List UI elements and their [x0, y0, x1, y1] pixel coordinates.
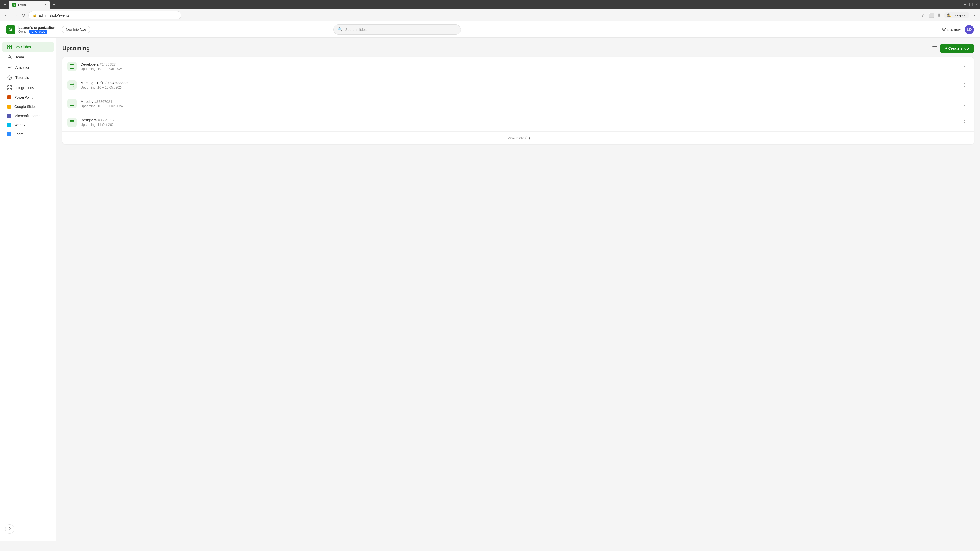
filter-button[interactable] — [932, 45, 937, 52]
extensions-icon[interactable]: ⬜ — [928, 13, 934, 18]
event-id: #8664816 — [98, 118, 114, 122]
svg-rect-2 — [8, 47, 10, 49]
event-name: Meeting - 10/10/2024 — [81, 81, 115, 85]
svg-rect-3 — [10, 47, 12, 49]
org-info: Lauren's organization Owner UPGRADE — [18, 25, 56, 34]
svg-rect-0 — [8, 45, 10, 47]
sidebar-item-google-slides[interactable]: Google Slides — [2, 102, 54, 111]
tab-bar: ▾ S Events × + − ❐ × — [0, 0, 980, 9]
calendar-icon — [67, 99, 76, 108]
event-menu-button[interactable]: ⋮ — [960, 100, 969, 107]
sidebar-item-label: Google Slides — [14, 105, 37, 109]
app-header: S Lauren's organization Owner UPGRADE Ne… — [0, 21, 980, 38]
owner-label: Owner — [18, 30, 27, 33]
calendar-icon — [67, 62, 76, 71]
sidebar-item-microsoft-teams[interactable]: Microsoft Teams — [2, 111, 54, 121]
reload-button[interactable]: ↻ — [21, 11, 26, 19]
svg-point-6 — [9, 77, 11, 78]
address-input[interactable]: 🔒 admin.sli.do/events — [28, 11, 181, 19]
tab-title: Events — [18, 3, 28, 6]
zoom-icon — [7, 132, 11, 136]
event-date: Upcoming: 10 – 13 Oct 2024 — [81, 67, 956, 71]
search-placeholder: Search slidos — [345, 27, 367, 32]
content-area: Upcoming + Create slido — [56, 38, 980, 541]
sidebar-item-label: Integrations — [15, 86, 34, 90]
download-icon[interactable]: ⬇ — [937, 13, 941, 18]
event-menu-button[interactable]: ⋮ — [960, 118, 969, 126]
help-button[interactable]: ? — [5, 524, 14, 534]
sidebar-item-label: Webex — [14, 123, 25, 127]
close-button[interactable]: × — [976, 2, 978, 7]
window-controls: − ❐ × — [963, 2, 978, 7]
svg-rect-7 — [8, 86, 9, 87]
event-menu-button[interactable]: ⋮ — [960, 81, 969, 89]
event-id: #1480327 — [100, 62, 116, 66]
sidebar-item-label: My Slidos — [15, 45, 31, 49]
calendar-icon — [67, 80, 76, 89]
event-info: Meeting - 10/10/2024 #3333392 Upcoming: … — [81, 81, 956, 89]
event-info: Developers #1480327 Upcoming: 10 – 13 Oc… — [81, 62, 956, 71]
event-title: Developers #1480327 — [81, 62, 956, 66]
new-interface-button[interactable]: New interface — [62, 26, 90, 33]
teams-icon — [7, 114, 11, 118]
sidebar-item-team[interactable]: Team — [2, 52, 54, 62]
event-item[interactable]: Moodoy #37867021 Upcoming: 10 – 13 Oct 2… — [62, 94, 974, 113]
sidebar-item-powerpoint[interactable]: PowerPoint — [2, 93, 54, 102]
address-text: admin.sli.do/events — [39, 13, 69, 17]
svg-rect-14 — [70, 65, 74, 68]
forward-button[interactable]: → — [12, 11, 18, 19]
section-actions: + Create slido — [932, 44, 974, 53]
svg-point-5 — [8, 76, 12, 79]
tab-favicon: S — [12, 3, 16, 6]
sidebar-item-label: PowerPoint — [14, 95, 33, 100]
filter-icon — [932, 45, 937, 51]
sidebar-item-integrations[interactable]: Integrations — [2, 83, 54, 93]
svg-rect-26 — [70, 121, 74, 124]
sidebar-bottom: ? — [0, 521, 56, 537]
search-bar[interactable]: 🔍 Search slidos — [333, 24, 461, 35]
event-title: Moodoy #37867021 — [81, 100, 956, 103]
svg-point-4 — [9, 56, 11, 57]
analytics-icon — [7, 65, 12, 70]
tutorials-icon — [7, 75, 12, 80]
avatar[interactable]: LD — [965, 25, 974, 34]
event-id: #3333392 — [115, 81, 131, 85]
event-name: Developers — [81, 62, 99, 66]
event-menu-button[interactable]: ⋮ — [960, 62, 969, 70]
incognito-label: Incognito — [953, 13, 966, 17]
sidebar-item-webex[interactable]: Webex — [2, 121, 54, 130]
whats-new-link[interactable]: What's new — [942, 27, 961, 32]
svg-rect-22 — [70, 102, 74, 106]
sidebar-item-my-slidos[interactable]: My Slidos — [2, 42, 54, 52]
show-more-button[interactable]: Show more (1) — [62, 132, 974, 144]
bookmark-icon[interactable]: ☆ — [921, 13, 925, 18]
create-slido-button[interactable]: + Create slido — [940, 44, 974, 53]
tab-close-button[interactable]: × — [45, 2, 47, 7]
incognito-badge: 🕵 Incognito — [944, 12, 969, 18]
org-name: Lauren's organization — [18, 25, 56, 30]
logo-area: S Lauren's organization Owner UPGRADE — [6, 25, 56, 34]
app-container: S Lauren's organization Owner UPGRADE Ne… — [0, 21, 980, 541]
slido-logo[interactable]: S — [6, 25, 15, 34]
upgrade-button[interactable]: UPGRADE — [29, 30, 48, 34]
svg-rect-18 — [70, 83, 74, 87]
event-item[interactable]: Designers #8664816 Upcoming: 11 Oct 2024… — [62, 113, 974, 132]
active-tab[interactable]: S Events × — [9, 0, 50, 9]
sidebar-item-tutorials[interactable]: Tutorials — [2, 73, 54, 83]
event-item[interactable]: Developers #1480327 Upcoming: 10 – 13 Oc… — [62, 57, 974, 76]
new-tab-button[interactable]: + — [51, 2, 58, 7]
back-button[interactable]: ← — [3, 11, 10, 19]
restore-button[interactable]: ❐ — [969, 2, 973, 7]
event-item[interactable]: Meeting - 10/10/2024 #3333392 Upcoming: … — [62, 76, 974, 94]
minimize-button[interactable]: − — [963, 2, 966, 7]
browser-toolbar: ☆ ⬜ ⬇ 🕵 Incognito ⋮ — [921, 12, 977, 18]
header-right: What's new LD — [942, 25, 974, 34]
address-bar: ← → ↻ 🔒 admin.sli.do/events ☆ ⬜ ⬇ 🕵 Inco… — [0, 9, 980, 21]
section-title: Upcoming — [62, 45, 90, 52]
more-options-icon[interactable]: ⋮ — [972, 13, 977, 18]
svg-rect-8 — [10, 86, 12, 87]
sidebar-item-zoom[interactable]: Zoom — [2, 130, 54, 139]
tab-switcher[interactable]: ▾ — [2, 2, 8, 8]
sidebar-item-analytics[interactable]: Analytics — [2, 62, 54, 73]
sidebar-item-label: Microsoft Teams — [14, 114, 40, 118]
